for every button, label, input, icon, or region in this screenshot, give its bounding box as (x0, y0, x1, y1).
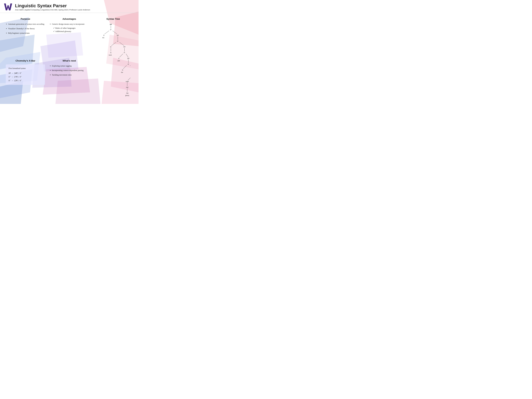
chomsky-section: Chomsky's X-Bar First formalized syntax … (3, 57, 47, 106)
whats-next-list: Exploring syntax tagging Incorporating c… (50, 64, 89, 76)
svg-text:with: with (117, 60, 120, 62)
svg-text:D': D' (128, 63, 129, 65)
tree-container: DP D' D the NP N' (94, 23, 133, 103)
list-item: Rules of other languages (53, 26, 89, 30)
purpose-list: Automate generation of syntax trees acco… (6, 23, 45, 35)
list-item: Visualize Chomsky's X-bar theory (8, 27, 45, 30)
svg-text:DP: DP (127, 58, 129, 59)
list-item: Help beginner syntacticians (8, 32, 45, 35)
list-item: Additional glossary (53, 30, 89, 33)
svg-text:D: D (122, 69, 123, 71)
list-item: Automate generation of syntax trees acco… (8, 23, 45, 26)
whats-next-title: What's next (50, 59, 89, 62)
syntax-tree-section: Syntax Tree DP D' D the NP (91, 15, 135, 106)
svg-text:AdjP: AdjP (126, 81, 129, 82)
svg-text:DP: DP (110, 24, 112, 25)
svg-line-50 (128, 77, 130, 80)
svg-line-20 (104, 31, 109, 34)
svg-line-43 (123, 65, 127, 69)
list-item: Generic design means easy to incorporate… (52, 23, 89, 33)
svg-text:NP: NP (117, 35, 119, 36)
advantages-list: Generic design means easy to incorporate… (50, 23, 89, 33)
chomsky-box: First formalized syntax XP → (WP) X' X' … (6, 64, 45, 85)
svg-text:N: N (110, 52, 111, 54)
formula-line: X' → (ZP) X' (9, 79, 42, 82)
main-grid: Purpose Automate generation of syntax tr… (0, 13, 139, 108)
svg-text:D': D' (110, 29, 112, 31)
svg-text:Adj': Adj' (126, 87, 128, 88)
svg-line-21 (113, 31, 117, 34)
list-item: Incorporating context-dependent parsing (52, 69, 89, 72)
advantages-section: Advantages Generic design means easy to … (47, 15, 91, 57)
svg-text:N': N' (110, 46, 112, 48)
formula-line: X' → (YP) X' (9, 75, 42, 79)
advantages-title: Advantages (50, 18, 89, 20)
svg-text:the: the (102, 37, 104, 38)
uw-logo (3, 2, 13, 12)
syntax-tree-svg: DP D' D the NP N' (96, 23, 130, 103)
svg-text:D: D (103, 35, 104, 36)
list-item: Tackling movement rules (52, 73, 89, 76)
svg-text:book: book (109, 54, 112, 56)
chomsky-description: First formalized syntax (9, 67, 42, 70)
svg-text:PP: PP (123, 46, 125, 48)
svg-line-44 (130, 65, 130, 69)
svg-text:the: the (121, 72, 123, 73)
whats-next-section: What's next Exploring syntax tagging Inc… (47, 57, 91, 106)
page-title: Linguistic Syntax Parser (15, 3, 90, 8)
svg-line-36 (120, 54, 123, 57)
svg-text:P': P' (124, 52, 125, 54)
svg-text:glossy: glossy (125, 95, 129, 96)
chomsky-title: Chomsky's X-Bar (6, 59, 45, 62)
chomsky-formulas: XP → (WP) X' X' → (YP) X' X' → (ZP) X' (9, 71, 42, 82)
svg-line-37 (126, 54, 128, 57)
purpose-title: Purpose (6, 18, 45, 20)
header: Linguistic Syntax Parser Ania Vakht | Ap… (0, 0, 139, 13)
svg-text:Adj: Adj (126, 92, 128, 94)
syntax-tree-title: Syntax Tree (94, 18, 133, 20)
subtitle: Ania Vakht | Applied Computing | Linguis… (15, 9, 90, 11)
advantages-sub-list: Rules of other languages Additional glos… (52, 26, 89, 33)
svg-line-28 (120, 42, 124, 46)
list-item: Exploring syntax tagging (52, 64, 89, 68)
formula-line: XP → (WP) X' (9, 71, 42, 75)
svg-line-27 (111, 42, 116, 46)
purpose-section: Purpose Automate generation of syntax tr… (3, 15, 47, 57)
svg-text:N': N' (117, 40, 119, 42)
svg-text:P: P (119, 58, 120, 59)
